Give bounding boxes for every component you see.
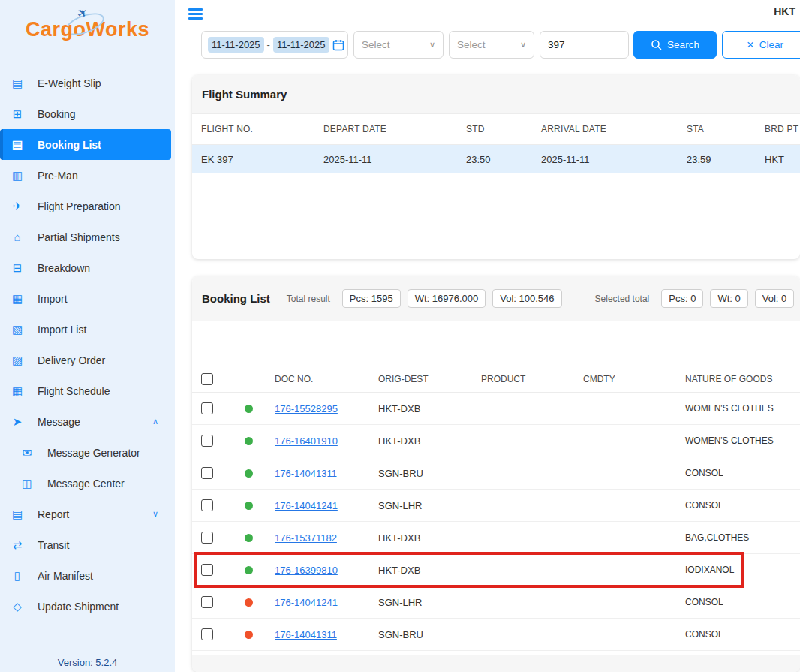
status-dot-green bbox=[245, 502, 253, 510]
column-header: STD bbox=[466, 124, 541, 134]
sidebar-item-flight-schedule[interactable]: ▦Flight Schedule bbox=[0, 375, 175, 406]
calendar-icon[interactable] bbox=[332, 39, 344, 51]
sidebar-item-booking[interactable]: ⊞Booking bbox=[0, 98, 175, 129]
sidebar-item-label: E-Weight Slip bbox=[38, 77, 101, 89]
sidebar-item-label: Message bbox=[38, 416, 80, 428]
sidebar-item-delivery-order[interactable]: ▨Delivery Order bbox=[0, 345, 175, 375]
column-header: DEPART DATE bbox=[323, 124, 466, 134]
sidebar-item-booking-list[interactable]: ▤Booking List bbox=[0, 129, 171, 160]
date-to-value[interactable]: 11-11-2025 bbox=[273, 37, 329, 53]
sidebar-item-message-generator[interactable]: ✉Message Generator bbox=[0, 437, 175, 468]
booking-row: 176-16399810HKT-DXBIODIXANOL bbox=[192, 554, 800, 586]
sidebar-item-message-center[interactable]: ◫Message Center bbox=[0, 468, 175, 499]
row-checkbox[interactable] bbox=[201, 564, 213, 576]
sidebar: CargoWorks ✈ ▤E-Weight Slip⊞Booking▤Book… bbox=[0, 0, 175, 672]
filters-bar: 11-11-2025 - 11-11-2025 Select ∨ Select … bbox=[201, 31, 800, 59]
column-header: BRD PT bbox=[765, 124, 800, 134]
date-range-picker[interactable]: 11-11-2025 - 11-11-2025 bbox=[201, 31, 348, 59]
flight-number-input[interactable] bbox=[540, 31, 629, 59]
sidebar-item-flight-preparation[interactable]: ✈Flight Preparation bbox=[0, 191, 175, 221]
count-badge: Pcs: 0 bbox=[661, 289, 703, 308]
report-icon: ▤ bbox=[10, 508, 25, 521]
status-dot-green bbox=[245, 534, 253, 542]
sidebar-item-label: Update Shipment bbox=[38, 601, 119, 613]
status-dot-green bbox=[245, 437, 253, 445]
flight-summary-cell: 2025-11-11 bbox=[541, 154, 687, 165]
flight-summary-row[interactable]: EK 3972025-11-1123:502025-11-1123:59HKT bbox=[192, 145, 800, 173]
nature-of-goods-cell: CONSOL bbox=[685, 597, 800, 607]
warehouse-icon: ⌂ bbox=[10, 231, 25, 243]
main-content: HKT 11-11-2025 - 11-11-2025 Select ∨ Sel… bbox=[175, 0, 800, 672]
sidebar-item-label: Report bbox=[38, 508, 69, 520]
doc-number-link[interactable]: 176-14041311 bbox=[275, 468, 337, 479]
sidebar-item-label: Delivery Order bbox=[38, 354, 105, 366]
row-checkbox[interactable] bbox=[201, 402, 213, 414]
sidebar-item-label: Message Center bbox=[47, 478, 125, 490]
row-checkbox[interactable] bbox=[201, 435, 213, 447]
status-dot-red bbox=[245, 631, 253, 639]
row-checkbox[interactable] bbox=[201, 628, 213, 640]
doc-number-link[interactable]: 176-15371182 bbox=[275, 532, 337, 544]
sidebar-item-air-manifest[interactable]: ▯Air Manifest bbox=[0, 560, 175, 591]
select-1-placeholder: Select bbox=[362, 39, 390, 50]
booking-columns: DOC NO.ORIG-DESTPRODUCTCMDTYNATURE OF GO… bbox=[192, 366, 800, 393]
sidebar-item-label: Pre-Man bbox=[38, 170, 78, 182]
column-header: FLIGHT NO. bbox=[201, 124, 323, 134]
booking-row: 176-14041241SGN-LHRCONSOL bbox=[192, 490, 800, 522]
sidebar-item-import-list[interactable]: ▧Import List bbox=[0, 314, 175, 345]
nature-of-goods-cell: CONSOL bbox=[685, 468, 800, 478]
search-button[interactable]: Search bbox=[633, 31, 717, 59]
booking-row: 176-14041241SGN-LHRCONSOL bbox=[192, 586, 800, 619]
sidebar-item-label: Transit bbox=[38, 539, 69, 551]
row-checkbox[interactable] bbox=[201, 532, 213, 544]
select-dropdown-2[interactable]: Select ∨ bbox=[449, 31, 534, 59]
doc-number-link[interactable]: 176-15528295 bbox=[275, 403, 338, 414]
weight-slip-icon: ▤ bbox=[10, 77, 25, 90]
sidebar-item-label: Import bbox=[38, 293, 68, 305]
date-from-value[interactable]: 11-11-2025 bbox=[208, 37, 264, 53]
sidebar-item-partial-shipments[interactable]: ⌂Partial Shipments bbox=[0, 221, 175, 252]
sidebar-item-import[interactable]: ▦Import bbox=[0, 283, 175, 314]
booking-icon: ⊞ bbox=[10, 107, 25, 121]
orig-dest-cell: SGN-BRU bbox=[378, 629, 481, 640]
message-center-icon: ◫ bbox=[20, 477, 35, 490]
import-list-icon: ▧ bbox=[10, 323, 25, 336]
orig-dest-cell: HKT-DXB bbox=[378, 532, 481, 544]
sidebar-item-pre-man[interactable]: ▥Pre-Man bbox=[0, 160, 175, 191]
sidebar-item-breakdown[interactable]: ⊟Breakdown bbox=[0, 252, 175, 283]
sidebar-item-update-shipment[interactable]: ◇Update Shipment bbox=[0, 591, 175, 622]
sidebar-item-e-weight-slip[interactable]: ▤E-Weight Slip bbox=[0, 68, 175, 98]
column-header: ORIG-DEST bbox=[378, 374, 481, 384]
column-header: NATURE OF GOODS bbox=[685, 374, 800, 384]
booking-rows: 176-15528295HKT-DXBWOMEN'S CLOTHES176-16… bbox=[192, 393, 800, 651]
doc-number-link[interactable]: 176-16401910 bbox=[275, 435, 338, 447]
select-all-checkbox[interactable] bbox=[201, 373, 213, 385]
station-code: HKT bbox=[774, 5, 795, 17]
booking-row: 176-14041311SGN-BRUCONSOL bbox=[192, 619, 800, 651]
sidebar-item-transit[interactable]: ⇄Transit bbox=[0, 529, 175, 560]
import-icon: ▦ bbox=[10, 292, 25, 306]
sidebar-item-message[interactable]: ➤Message∧ bbox=[0, 406, 175, 437]
chevron-up-icon: ∧ bbox=[152, 417, 158, 426]
flight-schedule-icon: ▦ bbox=[10, 384, 25, 398]
orig-dest-cell: SGN-LHR bbox=[378, 500, 481, 511]
hamburger-menu-icon[interactable] bbox=[188, 8, 203, 22]
row-checkbox[interactable] bbox=[201, 499, 213, 511]
row-checkbox[interactable] bbox=[201, 467, 213, 479]
row-checkbox[interactable] bbox=[201, 596, 213, 608]
doc-number-link[interactable]: 176-14041241 bbox=[275, 597, 338, 608]
sidebar-nav: ▤E-Weight Slip⊞Booking▤Booking List▥Pre-… bbox=[0, 68, 175, 622]
booking-list-card: Booking List Total result Pcs: 1595Wt: 1… bbox=[192, 276, 800, 672]
nature-of-goods-cell: WOMEN'S CLOTHES bbox=[685, 435, 800, 446]
flight-summary-header-row: FLIGHT NO.DEPART DATESTDARRIVAL DATESTAB… bbox=[192, 114, 800, 145]
clear-button[interactable]: × Clear bbox=[722, 31, 800, 59]
select-dropdown-1[interactable]: Select ∨ bbox=[353, 31, 444, 59]
date-separator: - bbox=[267, 39, 270, 50]
total-result-label: Total result bbox=[287, 294, 330, 304]
sidebar-item-report[interactable]: ▤Report∨ bbox=[0, 499, 175, 529]
orig-dest-cell: HKT-DXB bbox=[378, 403, 481, 414]
doc-number-link[interactable]: 176-14041241 bbox=[275, 500, 338, 511]
doc-number-link[interactable]: 176-16399810 bbox=[275, 565, 338, 576]
doc-number-link[interactable]: 176-14041311 bbox=[275, 629, 337, 640]
flight-summary-cell: EK 397 bbox=[201, 154, 323, 165]
